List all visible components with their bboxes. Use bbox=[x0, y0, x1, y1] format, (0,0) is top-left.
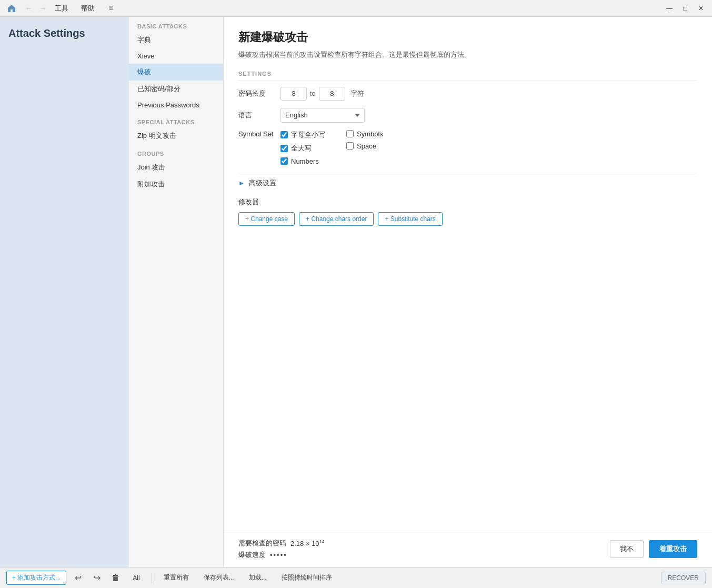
password-length-row: 密码长度 to 字符 bbox=[238, 87, 697, 101]
modifier-section: 修改器 + Change case + Change chars order +… bbox=[238, 193, 697, 230]
bottom-info: 需要检查的密码 2.18 × 1014 爆破速度 ••••• bbox=[238, 539, 325, 560]
title-bar: ← → 工具 帮助 ☺ — □ ✕ bbox=[0, 0, 712, 17]
advanced-label: 高级设置 bbox=[249, 178, 276, 188]
change-chars-order-button[interactable]: + Change chars order bbox=[299, 212, 374, 226]
modifier-buttons: + Change case + Change chars order + Sub… bbox=[238, 212, 697, 226]
load-button[interactable]: 加载... bbox=[244, 571, 272, 584]
checkbox-numbers[interactable] bbox=[280, 157, 288, 165]
pwd-length-label: 密码长度 bbox=[238, 89, 280, 98]
home-button[interactable] bbox=[4, 1, 19, 16]
nav-special-attacks-label: SPECIAL ATTACKS bbox=[129, 113, 223, 127]
language-row: 语言 English Chinese Japanese bbox=[238, 108, 697, 123]
app-window: ← → 工具 帮助 ☺ — □ ✕ Attack Settings BASIC … bbox=[0, 0, 712, 588]
window-controls: — □ ✕ bbox=[663, 3, 708, 14]
pwd-max-input[interactable] bbox=[319, 87, 345, 101]
add-attack-button[interactable]: + 添加攻击方式... bbox=[6, 571, 66, 585]
speed-label: 爆破速度 bbox=[238, 550, 266, 560]
modifier-section-label: 修改器 bbox=[238, 197, 697, 207]
checkbox-uppercase[interactable] bbox=[280, 145, 288, 152]
forward-button[interactable]: → bbox=[37, 3, 48, 14]
dialog-subtitle: 爆破攻击根据当前的攻击设置检查所有字符组合。这是最慢但最彻底的方法。 bbox=[238, 49, 697, 60]
symbol-col-right: Symbols Space bbox=[346, 130, 383, 165]
passwords-value: 2.18 × 1014 bbox=[290, 539, 325, 547]
minimize-button[interactable]: — bbox=[663, 3, 676, 14]
nav-item-zip-plaintext[interactable]: Zip 明文攻击 bbox=[129, 127, 223, 144]
dialog-area: 新建爆破攻击 爆破攻击根据当前的攻击设置检查所有字符组合。这是最慢但最彻底的方法… bbox=[224, 17, 712, 531]
maximize-button[interactable]: □ bbox=[678, 3, 692, 14]
checkbox-symbols-row: Symbols bbox=[346, 130, 383, 138]
substitute-chars-button[interactable]: + Substitute chars bbox=[378, 212, 442, 226]
dialog-title: 新建爆破攻击 bbox=[238, 29, 697, 45]
nav-item-known-password[interactable]: 已知密码/部分 bbox=[129, 81, 223, 97]
symbol-set-row: Symbol Set 字母全小写 全大写 bbox=[238, 130, 697, 165]
bottom-actions: 我不 着重攻击 bbox=[610, 540, 697, 558]
undo-button[interactable]: ↩ bbox=[71, 571, 85, 585]
passwords-label: 需要检查的密码 bbox=[238, 539, 286, 548]
speed-info-row: 爆破速度 ••••• bbox=[238, 550, 325, 560]
dialog-bottom: 需要检查的密码 2.18 × 1014 爆破速度 ••••• 我不 着重攻击 bbox=[224, 531, 712, 567]
symbol-set-columns: 字母全小写 全大写 Numbers bbox=[280, 130, 383, 165]
delete-button[interactable]: 🗑 bbox=[108, 571, 123, 585]
footer-toolbar: + 添加攻击方式... ↩ ↪ 🗑 All 重置所有 保存列表... 加载...… bbox=[0, 567, 712, 588]
title-bar-left: ← → 工具 帮助 ☺ bbox=[4, 1, 116, 16]
nav-item-append-attack[interactable]: 附加攻击 bbox=[129, 176, 223, 193]
checkbox-uppercase-row: 全大写 bbox=[280, 144, 325, 153]
footer-separator-1 bbox=[152, 573, 152, 583]
menu-bar: 工具 帮助 ☺ bbox=[53, 3, 116, 14]
checkbox-numbers-label[interactable]: Numbers bbox=[291, 157, 319, 165]
pwd-min-input[interactable] bbox=[280, 87, 307, 101]
nav-arrows: ← → bbox=[23, 3, 48, 14]
symbol-set-label: Symbol Set bbox=[238, 130, 280, 138]
app-body: Attack Settings BASIC ATTACKS 字典 Xieve 爆… bbox=[0, 17, 712, 588]
menu-smiley[interactable]: ☺ bbox=[105, 3, 116, 14]
advanced-header[interactable]: ► 高级设置 bbox=[238, 173, 697, 193]
language-select[interactable]: English Chinese Japanese bbox=[280, 108, 365, 123]
language-label: 语言 bbox=[238, 111, 280, 120]
speed-dots: ••••• bbox=[270, 551, 287, 559]
nav-panel: BASIC ATTACKS 字典 Xieve 爆破 已知密码/部分 Previo… bbox=[129, 17, 224, 567]
nav-item-previous-passwords[interactable]: Previous Passwords bbox=[129, 97, 223, 113]
sort-button[interactable]: 按照持续时间排序 bbox=[276, 571, 337, 584]
passwords-info-row: 需要检查的密码 2.18 × 1014 bbox=[238, 539, 325, 548]
nav-item-join-attack[interactable]: Join 攻击 bbox=[129, 159, 223, 176]
checkbox-numbers-row: Numbers bbox=[280, 157, 325, 165]
redo-button[interactable]: ↪ bbox=[89, 571, 104, 585]
start-attack-button[interactable]: 着重攻击 bbox=[649, 540, 697, 558]
back-button[interactable]: ← bbox=[23, 3, 35, 14]
nav-groups-label: GROUPS bbox=[129, 144, 223, 159]
save-list-button[interactable]: 保存列表... bbox=[198, 571, 239, 584]
app-title: Attack Settings bbox=[0, 17, 129, 48]
checkbox-uppercase-label[interactable]: 全大写 bbox=[291, 144, 312, 153]
checkbox-lowercase-label[interactable]: 字母全小写 bbox=[291, 130, 325, 139]
all-button[interactable]: All bbox=[127, 572, 145, 584]
checkbox-space-row: Space bbox=[346, 142, 383, 150]
nav-item-dictionary[interactable]: 字典 bbox=[129, 32, 223, 48]
settings-section-label: SETTINGS bbox=[238, 71, 697, 81]
pwd-length-inputs: to 字符 bbox=[280, 87, 364, 101]
pwd-to-text: to bbox=[310, 89, 316, 97]
sidebar-title-area: Attack Settings bbox=[0, 17, 129, 588]
checkbox-space-label[interactable]: Space bbox=[357, 142, 376, 150]
cancel-button[interactable]: 我不 bbox=[610, 540, 644, 558]
main-content: 新建爆破攻击 爆破攻击根据当前的攻击设置检查所有字符组合。这是最慢但最彻底的方法… bbox=[224, 17, 712, 567]
change-case-button[interactable]: + Change case bbox=[238, 212, 295, 226]
checkbox-lowercase[interactable] bbox=[280, 131, 288, 138]
symbol-col-left: 字母全小写 全大写 Numbers bbox=[280, 130, 325, 165]
advanced-section: ► 高级设置 bbox=[238, 173, 697, 193]
checkbox-symbols[interactable] bbox=[346, 130, 354, 137]
reset-button[interactable]: 重置所有 bbox=[158, 571, 194, 584]
recover-button[interactable]: RECOVER bbox=[661, 572, 706, 584]
close-button[interactable]: ✕ bbox=[694, 3, 708, 14]
nav-item-brute[interactable]: 爆破 bbox=[129, 64, 223, 81]
nav-basic-attacks-label: BASIC ATTACKS bbox=[129, 17, 223, 32]
pwd-chars-text: 字符 bbox=[350, 89, 364, 98]
menu-help[interactable]: 帮助 bbox=[79, 3, 97, 14]
menu-tools[interactable]: 工具 bbox=[53, 3, 71, 14]
checkbox-lowercase-row: 字母全小写 bbox=[280, 130, 325, 139]
checkbox-space[interactable] bbox=[346, 142, 354, 150]
nav-item-xieve[interactable]: Xieve bbox=[129, 48, 223, 64]
checkbox-symbols-label[interactable]: Symbols bbox=[357, 130, 383, 138]
advanced-arrow-icon: ► bbox=[238, 180, 245, 187]
